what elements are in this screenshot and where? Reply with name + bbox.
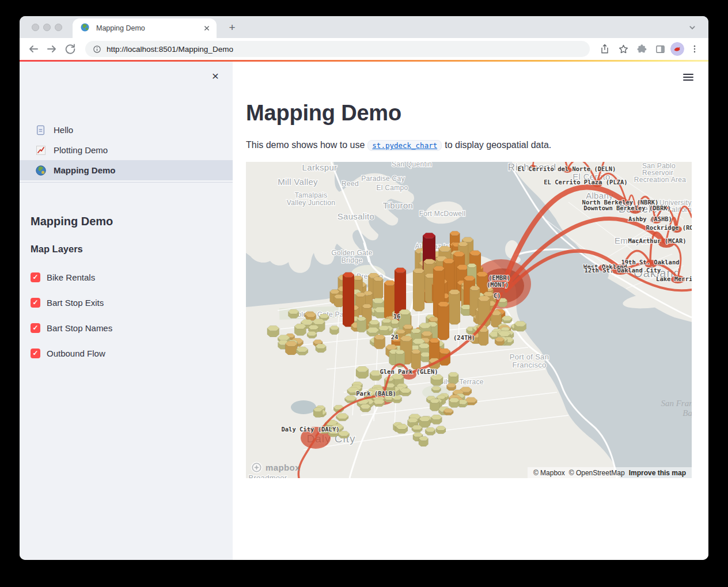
- minimize-window-button[interactable]: [43, 24, 51, 31]
- checkbox-bart-stop-names[interactable]: ✓ Bart Stop Names: [31, 322, 233, 334]
- svg-text:San Francisco: San Francisco: [661, 399, 692, 408]
- svg-text:Mill Valley: Mill Valley: [278, 177, 318, 187]
- browser-menu-dots-icon[interactable]: [687, 41, 703, 57]
- browser-window: Mapping Demo +: [20, 16, 708, 560]
- map-attribution: © Mapbox © OpenStreetMap Improve this ma…: [528, 467, 692, 478]
- back-icon[interactable]: [25, 41, 41, 57]
- browser-tab[interactable]: Mapping Demo: [73, 18, 217, 38]
- checkbox-checked-icon: ✓: [31, 298, 40, 308]
- window-controls: [32, 24, 62, 31]
- bookmark-star-icon[interactable]: [615, 41, 631, 57]
- profile-avatar[interactable]: [670, 42, 684, 56]
- svg-text:16: 16: [393, 313, 401, 320]
- tab-title: Mapping Demo: [96, 24, 196, 32]
- svg-text:Golden Gate: Golden Gate: [331, 249, 372, 257]
- forward-icon[interactable]: [44, 41, 60, 57]
- svg-text:Valley Junction: Valley Junction: [287, 199, 335, 207]
- svg-text:24: 24: [391, 334, 399, 340]
- desktop-background: Mapping Demo +: [0, 0, 728, 587]
- browser-toolbar: http://localhost:8501/Mapping_Demo: [20, 38, 708, 60]
- svg-text:12th St. Oakland City: 12th St. Oakland City: [585, 267, 661, 274]
- sidebar-nav: Hello Plotting Demo Mapping Demo: [20, 120, 233, 180]
- checkbox-checked-icon: ✓: [31, 272, 40, 282]
- svg-text:El Cerrito del Norte (DELN): El Cerrito del Norte (DELN): [518, 165, 616, 172]
- svg-text:El Campo: El Campo: [376, 184, 408, 192]
- sidebar-item-label: Mapping Demo: [54, 165, 116, 175]
- sidebar-item-label: Plotting Demo: [54, 145, 108, 155]
- reload-icon[interactable]: [62, 41, 78, 57]
- site-info-icon[interactable]: [92, 44, 102, 54]
- svg-text:Tiburon: Tiburon: [383, 200, 413, 210]
- extensions-puzzle-icon[interactable]: [634, 41, 650, 57]
- svg-text:(24TH): (24TH): [453, 334, 475, 341]
- close-window-button[interactable]: [32, 24, 39, 31]
- svg-text:Larkspur: Larkspur: [302, 162, 338, 172]
- tab-close-icon[interactable]: [202, 23, 212, 33]
- sidebar-item-label: Hello: [54, 125, 73, 135]
- improve-this-map-link[interactable]: Improve this map: [629, 469, 686, 477]
- svg-text:Broadmoor: Broadmoor: [248, 474, 287, 478]
- svg-text:Paradise Cay: Paradise Cay: [361, 175, 405, 183]
- maximize-window-button[interactable]: [55, 24, 62, 31]
- sidebar-item-plotting-demo[interactable]: Plotting Demo: [20, 140, 233, 160]
- pydeck-map[interactable]: San QuentinLarkspurMill ValleyReedParadi…: [246, 162, 692, 478]
- svg-text:19th St. Oakland: 19th St. Oakland: [621, 259, 679, 266]
- svg-text:Bridge: Bridge: [342, 256, 363, 264]
- url-text: http://localhost:8501/Mapping_Demo: [107, 45, 233, 54]
- url-bar[interactable]: http://localhost:8501/Mapping_Demo: [85, 41, 590, 57]
- svg-text:EL Cerrito Plaza (PLZA): EL Cerrito Plaza (PLZA): [544, 179, 627, 185]
- svg-text:Francisco: Francisco: [512, 361, 546, 369]
- tab-strip: Mapping Demo +: [20, 16, 708, 38]
- svg-text:Fort McDowell: Fort McDowell: [419, 210, 466, 218]
- chevron-down-icon[interactable]: [685, 21, 699, 35]
- sidebar-divider: [20, 182, 233, 183]
- svg-text:Tamalpais: Tamalpais: [295, 191, 328, 199]
- pydeck-chart-code-link[interactable]: st.pydeck_chart: [367, 140, 442, 151]
- main-content: Mapping Demo This demo shows how to uses…: [233, 62, 708, 560]
- checkbox-bike-rentals[interactable]: ✓ Bike Rentals: [31, 271, 233, 283]
- attribution-mapbox-link[interactable]: © Mapbox: [533, 469, 565, 477]
- document-icon: [36, 125, 46, 135]
- svg-text:Port of San: Port of San: [510, 353, 549, 361]
- svg-text:Rockridge (ROCK): Rockridge (ROCK): [646, 224, 692, 231]
- svg-text:Sausalito: Sausalito: [338, 211, 374, 221]
- sidebar-title: Mapping Demo: [31, 214, 233, 229]
- mapbox-logo[interactable]: mapbox: [251, 461, 300, 474]
- page-title: Mapping Demo: [246, 100, 708, 126]
- intro-text: This demo shows how to usest.pydeck_char…: [246, 140, 708, 150]
- app-menu-button[interactable]: [683, 72, 693, 82]
- svg-text:Bay: Bay: [682, 408, 692, 418]
- favicon-globe-icon: [81, 23, 91, 33]
- checkbox-outbound-flow[interactable]: ✓ Outbound Flow: [31, 347, 233, 359]
- streamlit-app: × Hello Plotting Demo: [20, 62, 708, 560]
- side-panel-icon[interactable]: [652, 41, 668, 57]
- sidebar: × Hello Plotting Demo: [20, 62, 233, 560]
- sidebar-item-mapping-demo[interactable]: Mapping Demo: [20, 160, 233, 180]
- svg-text:San Quentin: San Quentin: [392, 162, 432, 168]
- checkbox-checked-icon: ✓: [31, 349, 40, 358]
- svg-text:MacArthur (MCAR): MacArthur (MCAR): [628, 237, 686, 244]
- svg-text:Ashby (ASHB): Ashby (ASHB): [628, 215, 672, 222]
- checkbox-bart-stop-exits[interactable]: ✓ Bart Stop Exits: [31, 297, 233, 308]
- svg-text:(EMBR): (EMBR): [488, 274, 510, 281]
- svg-text:Lake Merritt: Lake Merritt: [656, 275, 692, 282]
- share-icon[interactable]: [597, 41, 613, 57]
- chart-icon: [36, 145, 46, 156]
- svg-text:Daly City (DALY): Daly City (DALY): [281, 426, 339, 433]
- new-tab-button[interactable]: +: [225, 20, 240, 35]
- map-svg: San QuentinLarkspurMill ValleyReedParadi…: [246, 162, 692, 478]
- svg-text:Reed: Reed: [342, 180, 359, 188]
- svg-text:C): C): [494, 292, 501, 299]
- svg-text:Park (BALB): Park (BALB): [356, 390, 396, 397]
- svg-text:(MONT): (MONT): [487, 281, 509, 288]
- mapbox-logo-text: mapbox: [266, 463, 300, 472]
- mapbox-logo-icon: [251, 461, 263, 474]
- sidebar-item-hello[interactable]: Hello: [20, 120, 233, 140]
- sidebar-close-button[interactable]: ×: [212, 70, 219, 82]
- svg-text:Recreation Area: Recreation Area: [634, 176, 687, 184]
- svg-text:Glen Park (GLEN): Glen Park (GLEN): [380, 368, 438, 375]
- attribution-osm-link[interactable]: © OpenStreetMap: [569, 469, 625, 477]
- checkbox-checked-icon: ✓: [31, 323, 40, 333]
- svg-text:Silver Terrace: Silver Terrace: [439, 378, 483, 386]
- svg-text:Downtown Berkeley (DBRK): Downtown Berkeley (DBRK): [583, 204, 671, 211]
